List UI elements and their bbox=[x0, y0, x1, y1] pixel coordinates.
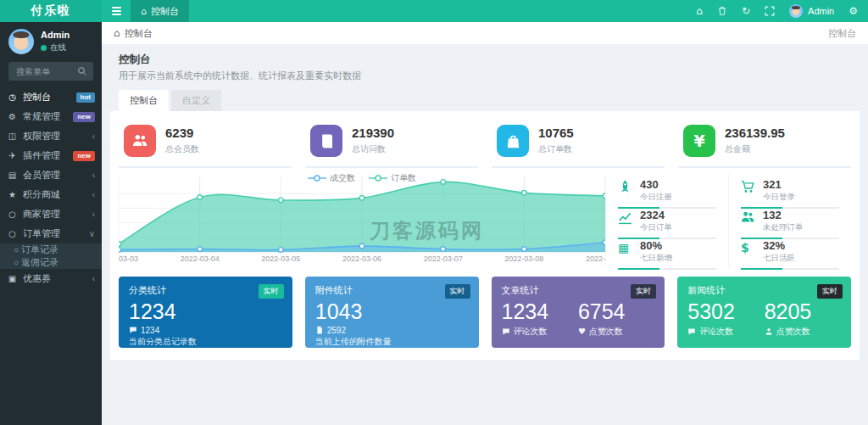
chart-legend[interactable]: 成交数 订单数 bbox=[119, 172, 605, 184]
stat-label: 总金额 bbox=[725, 143, 785, 155]
new-badge: new bbox=[73, 112, 95, 122]
stat-value: 236139.95 bbox=[725, 126, 785, 141]
breadcrumb-right: 控制台 bbox=[828, 27, 856, 40]
heart-icon: ♥ bbox=[578, 327, 586, 336]
star-icon: ★ bbox=[7, 190, 18, 199]
sidebar-user-name: Admin bbox=[41, 30, 70, 41]
circle-icon: ○ bbox=[7, 210, 18, 219]
document-icon bbox=[315, 326, 324, 334]
stat-card-members: 6239 总会员数 bbox=[119, 118, 292, 168]
stat-label: 总会员数 bbox=[165, 143, 199, 155]
users-icon bbox=[124, 125, 156, 157]
x-tick-label: 2022-03-08 bbox=[504, 254, 543, 263]
refresh-icon[interactable]: ↻ bbox=[742, 6, 750, 16]
comment-icon bbox=[502, 327, 510, 336]
dollar-icon: $ bbox=[741, 240, 755, 254]
sidebar-item-orders[interactable]: ○ 订单管理 ∨ bbox=[0, 224, 102, 243]
x-tick-label: 2022-03-03 bbox=[119, 254, 138, 263]
sidebar-user-status: 在线 bbox=[50, 42, 66, 53]
realtime-badge: 实时 bbox=[631, 284, 656, 299]
top-navbar: ⌂ 控制台 ⌂ ↻ Admin ⚙ bbox=[102, 0, 868, 22]
sidebar-item-plugins[interactable]: ✈ 插件管理 new bbox=[0, 146, 102, 165]
search-icon[interactable] bbox=[77, 66, 87, 76]
gears-icon[interactable]: ⚙ bbox=[849, 6, 858, 16]
app-logo[interactable]: 付乐啦 bbox=[0, 0, 102, 22]
sidebar-item-dashboard[interactable]: ◷ 控制台 hot bbox=[0, 87, 102, 107]
list-icon: ▤ bbox=[7, 171, 18, 180]
quick-stat-today-orders: 2324 今日订单 bbox=[605, 205, 728, 236]
x-tick-label: 2022-03-05 bbox=[261, 254, 300, 263]
chevron-left-icon: ‹ bbox=[92, 171, 95, 180]
chart-line-icon bbox=[618, 210, 632, 225]
card-value: 1043 bbox=[315, 299, 469, 324]
x-tick-label: 2022-03-09 bbox=[586, 254, 605, 263]
sidebar-item-points-mall[interactable]: ★ 积分商城 ‹ bbox=[0, 185, 102, 204]
permissions-icon: ◫ bbox=[7, 131, 18, 141]
stat-value: 10765 bbox=[538, 126, 574, 141]
quick-stats: 430 今日注册 321 今日登录 2324 今日订单 bbox=[605, 175, 851, 266]
panel-tabs: 控制台 自定义 bbox=[102, 82, 868, 111]
sidebar: Admin 在线 ◷ 控制台 hot ⚙ 常规管理 new ◫ 权限管理 ‹ ✈… bbox=[0, 22, 102, 425]
stat-label: 总订单数 bbox=[538, 143, 574, 155]
sidebar-item-merchants[interactable]: ○ 商家管理 ‹ bbox=[0, 204, 102, 224]
comment-icon bbox=[687, 327, 696, 336]
dashboard-icon: ◷ bbox=[7, 92, 18, 102]
sidebar-item-general[interactable]: ⚙ 常规管理 new bbox=[0, 107, 102, 126]
fullscreen-icon[interactable] bbox=[765, 6, 775, 16]
circle-icon: ○ bbox=[7, 229, 18, 238]
sidebar-user-panel: Admin 在线 bbox=[0, 22, 102, 59]
home-icon[interactable]: ⌂ bbox=[696, 6, 703, 16]
chevron-left-icon: ‹ bbox=[92, 210, 95, 219]
sidebar-subitem-order-records[interactable]: ○ 订单记录 bbox=[0, 243, 102, 256]
quick-stat-logins: 321 今日登录 bbox=[728, 175, 851, 205]
area-chart: 成交数 订单数 2022-03-032022-03-042022-03-0520… bbox=[119, 175, 605, 266]
sidebar-toggle-button[interactable] bbox=[102, 0, 131, 22]
plane-icon: ✈ bbox=[7, 151, 18, 160]
sidebar-subitem-rebate-records[interactable]: ○ 返佣记录 bbox=[0, 256, 102, 269]
book-icon bbox=[310, 125, 342, 157]
quick-stat-7day-new: ▦ 80% 七日新增 bbox=[605, 236, 728, 266]
trash-icon[interactable] bbox=[717, 6, 727, 16]
stat-value: 219390 bbox=[352, 126, 394, 141]
x-tick-label: 2022-03-07 bbox=[424, 254, 463, 263]
gears-icon: ⚙ bbox=[7, 112, 18, 121]
card-news-stats: 新闻统计 实时 5302 评论次数 8205 点赞次数 bbox=[677, 277, 851, 348]
chevron-left-icon: ‹ bbox=[92, 190, 95, 199]
sidebar-item-coupons[interactable]: ▣ 优惠券 ‹ bbox=[0, 269, 102, 288]
avatar bbox=[8, 29, 34, 54]
card-article-stats: 文章统计 实时 1234 评论次数 6754 ♥ 点赞次数 bbox=[492, 277, 665, 348]
person-icon bbox=[765, 327, 773, 336]
main-content: ⌂ 控制台 控制台 控制台 用于展示当前系统中的统计数据、统计报表及重要实时数据… bbox=[102, 22, 868, 425]
stat-value: 6239 bbox=[165, 126, 199, 141]
legend-item[interactable]: 成交数 bbox=[308, 172, 355, 184]
summary-cards: 分类统计 实时 1234 1234 当前分类总记录数 附件统计 实时 1043 … bbox=[119, 277, 851, 348]
comment-icon bbox=[129, 326, 137, 334]
shopping-bag-icon bbox=[497, 125, 529, 157]
quick-stat-pending-orders: 132 未处理订单 bbox=[728, 205, 851, 236]
sidebar-item-permissions[interactable]: ◫ 权限管理 ‹ bbox=[0, 126, 102, 146]
user-menu[interactable]: Admin bbox=[789, 4, 834, 18]
realtime-badge: 实时 bbox=[817, 284, 843, 299]
rocket-icon bbox=[618, 179, 632, 194]
search-input[interactable] bbox=[14, 66, 74, 77]
table-icon: ▦ bbox=[618, 240, 632, 254]
breadcrumb: ⌂ 控制台 控制台 bbox=[102, 22, 868, 44]
legend-item[interactable]: 订单数 bbox=[369, 172, 416, 184]
quick-stat-registrations: 430 今日注册 bbox=[605, 175, 728, 205]
yen-icon: ¥ bbox=[683, 125, 715, 157]
chart-x-axis-labels: 2022-03-032022-03-042022-03-052022-03-06… bbox=[119, 253, 605, 265]
circle-icon: ○ bbox=[14, 245, 19, 254]
tab-dashboard[interactable]: 控制台 bbox=[119, 90, 169, 111]
breadcrumb-current[interactable]: 控制台 bbox=[125, 27, 153, 40]
x-tick-label: 2022-03-06 bbox=[342, 254, 381, 263]
avatar bbox=[789, 4, 803, 18]
home-icon: ⌂ bbox=[141, 7, 147, 16]
panel-body: 6239 总会员数 219390 总访问数 10765 总订单数 ¥ 23613… bbox=[110, 111, 860, 360]
tab-custom[interactable]: 自定义 bbox=[171, 90, 221, 111]
topbar-tab-label: 控制台 bbox=[151, 5, 179, 18]
chevron-left-icon: ‹ bbox=[92, 274, 95, 283]
sidebar-item-members[interactable]: ▤ 会员管理 ‹ bbox=[0, 165, 102, 185]
topbar-tab-dashboard[interactable]: ⌂ 控制台 bbox=[131, 0, 189, 22]
users-icon bbox=[741, 210, 755, 225]
card-attachment-stats: 附件统计 实时 1043 2592 当前上传的附件数量 bbox=[305, 277, 479, 348]
